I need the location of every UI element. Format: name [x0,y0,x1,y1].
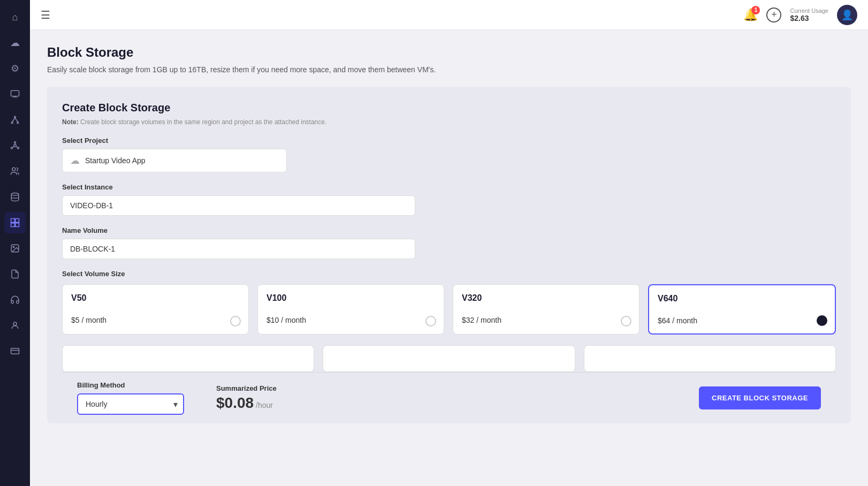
svg-rect-18 [16,223,19,227]
sidebar-item-images[interactable] [4,238,26,259]
svg-point-14 [11,193,19,196]
project-value: Startup Video App [85,156,146,165]
topbar: ☰ 🔔 1 + Current Usage $2.63 👤 [30,0,868,30]
billing-label: Billing Method [77,381,184,389]
svg-line-12 [13,146,14,148]
svg-rect-17 [11,223,15,227]
sidebar-item-nodes[interactable] [4,109,26,131]
usage-amount: $2.63 [790,14,828,22]
sidebar-item-home[interactable]: ⌂ [4,6,26,28]
notification-badge: 1 [751,6,760,14]
svg-point-2 [11,122,13,124]
volume-card-row2-1[interactable] [62,345,314,372]
svg-point-13 [12,168,16,171]
svg-line-5 [15,118,18,122]
volume-card-v640-radio [817,315,827,326]
volume-card-v50-radio [230,316,241,326]
current-usage: Current Usage $2.63 [790,7,828,22]
volume-card-v320-name: V320 [462,293,630,303]
bottom-bar: Billing Method Hourly Monthly Summarized… [62,372,836,423]
svg-point-7 [14,142,16,143]
usage-label: Current Usage [790,7,828,14]
select-project-field: Select Project ☁ Startup Video App [62,136,836,172]
volume-card-v50-price: $5 / month [71,316,240,324]
svg-point-8 [18,147,19,149]
notification-bell[interactable]: 🔔 1 [743,8,758,22]
volume-card-v100-price: $10 / month [267,316,435,324]
form-card: Create Block Storage Note: Create block … [47,87,851,423]
billing-select-wrap: Hourly Monthly [77,393,184,415]
select-instance-field: Select Instance [62,183,836,216]
add-button[interactable]: + [766,7,781,22]
volume-card-v100[interactable]: V100 $10 / month [257,284,444,335]
content-area: Block Storage Easily scale block storage… [30,30,868,486]
volume-card-v100-name: V100 [267,293,435,303]
svg-rect-22 [11,348,19,354]
price-value: $0.08 /hour [216,394,277,412]
volume-cards-row1: V50 $5 / month V100 $10 / month V320 $32… [62,284,836,335]
select-project-label: Select Project [62,136,836,145]
volume-card-v50-name: V50 [71,293,240,303]
svg-point-20 [13,246,14,247]
sidebar-item-users[interactable] [4,161,26,182]
name-volume-input[interactable] [62,239,415,259]
avatar[interactable]: 👤 [837,5,857,25]
volume-cards-row2 [62,345,836,372]
svg-point-21 [13,322,17,325]
main-area: ☰ 🔔 1 + Current Usage $2.63 👤 Block Stor… [30,0,868,486]
volume-card-v100-radio [425,316,436,326]
price-unit: /hour [256,401,273,409]
sidebar-item-account[interactable] [4,315,26,336]
create-block-storage-button[interactable]: CREATE BLOCK STORAGE [699,386,821,409]
project-cloud-icon: ☁ [70,155,80,166]
sidebar-item-block-storage[interactable] [4,212,26,233]
svg-point-9 [11,147,13,149]
form-note-text: Create block storage volumes in the same… [80,118,326,126]
volume-card-v50[interactable]: V50 $5 / month [62,284,249,335]
volume-card-v640-name: V640 [658,294,826,303]
topbar-right: 🔔 1 + Current Usage $2.63 👤 [743,5,857,25]
svg-rect-15 [11,219,15,223]
svg-line-11 [16,146,18,148]
name-volume-label: Name Volume [62,226,836,234]
sidebar-item-support[interactable] [4,289,26,310]
form-note-prefix: Note: [62,118,79,126]
svg-point-1 [14,116,16,118]
billing-section: Billing Method Hourly Monthly [77,381,184,415]
form-section-title: Create Block Storage [62,102,836,114]
project-select[interactable]: ☁ Startup Video App [62,149,287,172]
form-note: Note: Create block storage volumes in th… [62,118,836,126]
svg-rect-0 [11,90,19,96]
sidebar-item-docs[interactable] [4,263,26,285]
sidebar-item-billing[interactable] [4,340,26,362]
volume-size-label: Select Volume Size [62,270,836,278]
svg-line-4 [12,118,15,122]
volume-card-v640[interactable]: V640 $64 / month [648,284,836,335]
volume-card-v320-price: $32 / month [462,316,630,324]
volume-card-v320-radio [621,316,631,326]
volume-card-row2-3[interactable] [584,345,836,372]
sidebar-item-storage[interactable] [4,186,26,208]
page-title: Block Storage [47,45,851,60]
billing-select[interactable]: Hourly Monthly [77,393,184,415]
svg-point-3 [17,122,19,124]
volume-card-v640-price: $64 / month [658,316,826,325]
sidebar-item-messages[interactable] [4,83,26,105]
sidebar-item-gear[interactable]: ⚙ [4,58,26,79]
sidebar-item-cloud[interactable]: ☁ [4,32,26,54]
volume-card-v320[interactable]: V320 $32 / month [453,284,639,335]
sidebar: ⌂ ☁ ⚙ [0,0,30,486]
svg-rect-16 [16,219,19,223]
sidebar-item-cluster[interactable] [4,135,26,156]
menu-icon[interactable]: ☰ [41,9,50,21]
price-amount: $0.08 [216,394,254,412]
page-subtitle: Easily scale block storage from 1GB up t… [47,65,851,74]
select-volume-size-section: Select Volume Size V50 $5 / month V100 $… [62,270,836,372]
select-instance-label: Select Instance [62,183,836,191]
name-volume-field: Name Volume [62,226,836,259]
price-section: Summarized Price $0.08 /hour [216,384,277,412]
price-label: Summarized Price [216,384,277,392]
instance-input[interactable] [62,195,415,216]
volume-card-row2-2[interactable] [323,345,575,372]
